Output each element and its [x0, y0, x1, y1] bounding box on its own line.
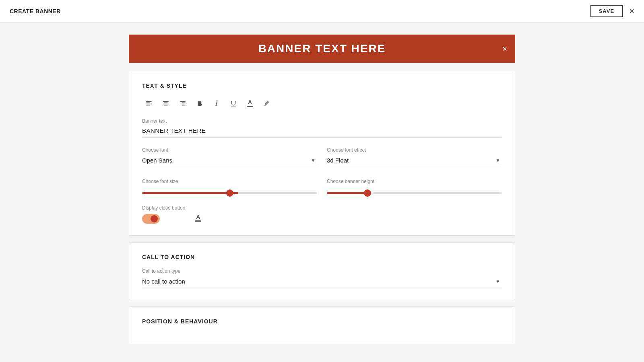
- svg-rect-0: [146, 101, 152, 102]
- toggle-wrapper: Display close button: [142, 205, 185, 224]
- align-left-icon: [145, 100, 153, 107]
- svg-rect-4: [163, 101, 169, 102]
- align-center-icon: [162, 100, 169, 107]
- svg-rect-6: [163, 103, 169, 104]
- banner-text-label: Banner text: [142, 118, 502, 124]
- font-dropdown-wrapper: Choose font Open Sans Arial Georgia Time…: [142, 147, 317, 167]
- toggle-slider: [142, 214, 160, 224]
- text-style-section: TEXT & STYLE: [129, 71, 515, 236]
- font-size-label: Choose font size: [142, 179, 317, 184]
- close-button-toggle[interactable]: [142, 214, 160, 224]
- save-button[interactable]: SAVE: [590, 5, 623, 17]
- font-color-icon: A: [247, 99, 253, 107]
- underline-icon: [230, 100, 237, 107]
- font-color-swatch-button[interactable]: A: [192, 212, 204, 224]
- cta-type-dropdown-wrapper: Call to action type No call to action Bu…: [142, 268, 502, 288]
- page-title: CREATE BANNER: [10, 8, 61, 14]
- svg-rect-2: [146, 103, 152, 104]
- cta-title: CALL TO ACTION: [142, 254, 502, 260]
- svg-rect-13: [264, 105, 266, 106]
- banner-text-input[interactable]: [142, 125, 502, 138]
- font-size-slider[interactable]: [142, 192, 317, 194]
- banner-text-field: Banner text: [142, 118, 502, 138]
- svg-rect-10: [180, 103, 186, 104]
- svg-rect-11: [182, 105, 186, 105]
- font-effect-label: Choose font effect: [327, 147, 502, 153]
- font-effect-dropdown-wrapper: Choose font effect 3d Float None Shadow …: [327, 147, 502, 167]
- close-button-row: Display close button A: [142, 204, 502, 224]
- font-effect-select[interactable]: 3d Float None Shadow Outline: [327, 154, 502, 167]
- svg-rect-3: [146, 105, 150, 105]
- top-bar: CREATE BANNER SAVE ×: [0, 0, 644, 23]
- font-row: Choose font Open Sans Arial Georgia Time…: [142, 147, 502, 167]
- highlight-button[interactable]: [260, 97, 273, 109]
- highlight-icon: [263, 100, 270, 107]
- font-color-swatch-icon: A: [195, 214, 201, 222]
- bold-icon: [196, 100, 203, 107]
- banner-height-label: Choose banner height: [327, 179, 502, 184]
- banner-height-slider-section: Choose banner height: [327, 179, 502, 195]
- text-style-title: TEXT & STYLE: [142, 82, 502, 89]
- svg-rect-1: [146, 102, 150, 103]
- sliders-row: Choose font size Choose banner height: [142, 177, 502, 195]
- svg-rect-8: [180, 101, 186, 102]
- italic-button[interactable]: [210, 97, 223, 109]
- svg-rect-5: [164, 102, 168, 103]
- banner-preview-text: BANNER TEXT HERE: [258, 42, 386, 55]
- align-left-button[interactable]: [142, 97, 156, 109]
- svg-rect-9: [182, 102, 186, 103]
- display-close-button-label: Display close button: [142, 205, 185, 211]
- banner-height-slider[interactable]: [327, 192, 502, 194]
- cta-type-select[interactable]: No call to action Button Link: [142, 276, 502, 288]
- position-section: POSITION & BEHAVIOUR: [129, 306, 515, 344]
- font-select[interactable]: Open Sans Arial Georgia Times New Roman …: [142, 154, 317, 167]
- font-label: Choose font: [142, 147, 317, 153]
- font-color-button[interactable]: A: [244, 97, 256, 109]
- position-title: POSITION & BEHAVIOUR: [142, 318, 502, 325]
- banner-preview: BANNER TEXT HERE ×: [129, 35, 515, 63]
- banner-preview-close-button[interactable]: ×: [502, 44, 507, 53]
- top-bar-actions: SAVE ×: [590, 5, 634, 17]
- bold-button[interactable]: [193, 97, 206, 109]
- italic-icon: [213, 100, 220, 107]
- align-right-icon: [179, 100, 186, 107]
- font-size-slider-section: Choose font size: [142, 179, 317, 195]
- close-button[interactable]: ×: [629, 7, 634, 16]
- underline-button[interactable]: [227, 97, 240, 109]
- formatting-toolbar: A: [142, 97, 502, 109]
- svg-rect-7: [164, 105, 168, 105]
- cta-type-label: Call to action type: [142, 268, 502, 274]
- align-right-button[interactable]: [176, 97, 190, 109]
- call-to-action-section: CALL TO ACTION Call to action type No ca…: [129, 242, 515, 300]
- main-content: BANNER TEXT HERE × TEXT & STYLE: [129, 23, 515, 362]
- align-center-button[interactable]: [159, 97, 173, 109]
